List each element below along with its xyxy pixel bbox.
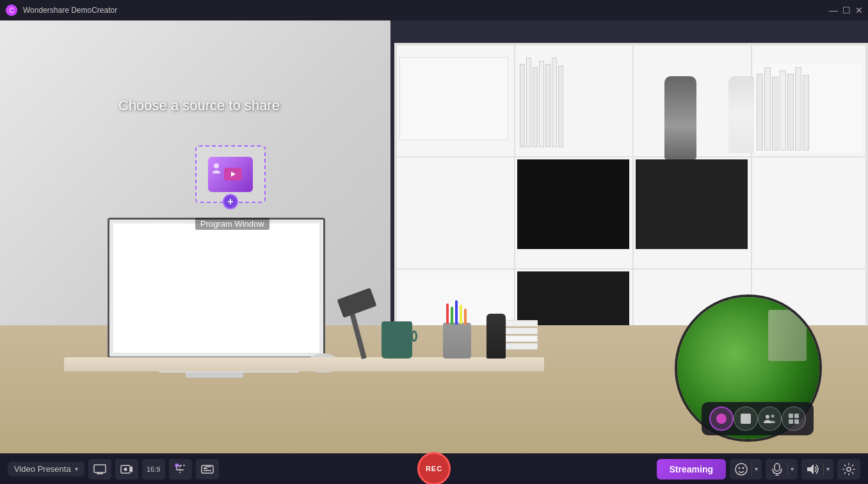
monitor-screen bbox=[113, 223, 319, 353]
white-books-stack bbox=[506, 320, 538, 359]
window-controls: — ☐ ✕ bbox=[830, 6, 863, 14]
svg-point-4 bbox=[766, 415, 769, 419]
gear-icon bbox=[842, 463, 855, 476]
svg-marker-3 bbox=[231, 172, 236, 177]
play-icon-box bbox=[224, 168, 242, 181]
dark-bottle bbox=[486, 314, 506, 359]
desk-surface bbox=[64, 357, 544, 371]
caption-icon bbox=[201, 464, 214, 474]
svg-rect-7 bbox=[794, 414, 799, 418]
aspect-ratio-label: 16:9 bbox=[147, 465, 160, 473]
volume-button[interactable] bbox=[803, 459, 823, 480]
svg-rect-8 bbox=[789, 419, 793, 424]
source-widget[interactable]: + bbox=[195, 145, 266, 203]
rec-button[interactable]: REC bbox=[417, 452, 451, 485]
screen-record-button[interactable] bbox=[734, 407, 758, 431]
smiley-icon bbox=[734, 462, 748, 476]
svg-text:C: C bbox=[9, 7, 13, 14]
svg-rect-30 bbox=[775, 464, 780, 471]
mode-selector-dropdown[interactable]: Video Presenta ▾ bbox=[8, 462, 84, 476]
source-widget-inner bbox=[208, 157, 253, 192]
maximize-button[interactable]: ☐ bbox=[842, 6, 850, 14]
svg-marker-33 bbox=[807, 464, 814, 474]
streaming-button[interactable]: Streaming bbox=[657, 459, 726, 480]
mic-dropdown-arrow[interactable]: ▾ bbox=[788, 465, 796, 472]
pencil-holder bbox=[443, 323, 471, 359]
choose-source-text: Choose a source to share bbox=[118, 97, 280, 114]
crop-icon bbox=[175, 464, 186, 475]
people-record-button[interactable] bbox=[758, 407, 782, 431]
caption-button[interactable] bbox=[196, 459, 219, 480]
scene-icon-group: ▾ bbox=[730, 459, 762, 480]
monitor bbox=[108, 218, 325, 359]
add-source-button[interactable]: + bbox=[223, 194, 238, 209]
svg-rect-6 bbox=[789, 414, 793, 418]
toolbar-center: REC bbox=[417, 453, 451, 485]
webcam-icon bbox=[120, 464, 133, 474]
svg-point-5 bbox=[771, 415, 775, 418]
main-preview: Choose a source to share + Program Windo… bbox=[0, 20, 868, 453]
bottom-toolbar: Video Presenta ▾ 16:9 bbox=[0, 453, 868, 484]
microphone-icon bbox=[772, 463, 782, 476]
svg-rect-9 bbox=[794, 419, 799, 424]
microphone-button[interactable] bbox=[767, 459, 787, 480]
aspect-ratio-button[interactable]: 16:9 bbox=[142, 459, 165, 480]
screen-capture-button[interactable] bbox=[88, 459, 111, 480]
mode-selector-arrow-icon: ▾ bbox=[75, 465, 78, 472]
rec-label: REC bbox=[426, 465, 442, 472]
svg-point-2 bbox=[214, 163, 219, 168]
toolbar-right: Streaming ▾ bbox=[657, 459, 860, 480]
svg-point-34 bbox=[847, 467, 851, 471]
close-button[interactable]: ✕ bbox=[855, 6, 863, 14]
minimize-button[interactable]: — bbox=[830, 6, 837, 14]
svg-rect-10 bbox=[94, 465, 106, 472]
screen-square-icon bbox=[741, 414, 751, 424]
screen-icon bbox=[93, 464, 106, 474]
title-bar: C Wondershare DemoCreator — ☐ ✕ bbox=[0, 0, 868, 20]
mic-icon-group: ▾ bbox=[766, 459, 798, 480]
record-dot-icon bbox=[716, 414, 727, 424]
settings-button[interactable] bbox=[837, 459, 860, 480]
play-triangle-icon bbox=[229, 170, 237, 178]
speaker-icon bbox=[807, 464, 819, 475]
webcam-button[interactable] bbox=[115, 459, 138, 480]
grid-layout-button[interactable] bbox=[782, 407, 806, 431]
app-title: Wondershare DemoCreator bbox=[23, 6, 830, 15]
volume-icon-group: ▾ bbox=[801, 459, 833, 480]
mode-selector-label: Video Presenta bbox=[14, 464, 71, 474]
crop-button[interactable] bbox=[169, 459, 192, 480]
monitor-base bbox=[186, 373, 243, 378]
recording-controls-overlay bbox=[702, 402, 814, 435]
scene-button[interactable] bbox=[731, 459, 751, 480]
app-icon: C bbox=[5, 4, 18, 17]
svg-point-29 bbox=[743, 467, 744, 469]
toolbar-left: Video Presenta ▾ 16:9 bbox=[8, 459, 657, 480]
svg-point-28 bbox=[739, 467, 741, 469]
record-circle-button[interactable] bbox=[709, 407, 734, 431]
people-icon bbox=[763, 414, 776, 424]
svg-point-16 bbox=[124, 467, 127, 471]
program-window-label: Program Window bbox=[195, 218, 269, 230]
person-icon bbox=[212, 162, 225, 175]
volume-dropdown-arrow[interactable]: ▾ bbox=[824, 465, 832, 472]
scene-dropdown-arrow[interactable]: ▾ bbox=[752, 465, 760, 472]
grid-icon bbox=[788, 413, 800, 424]
mug bbox=[382, 321, 412, 359]
svg-point-27 bbox=[735, 464, 747, 475]
